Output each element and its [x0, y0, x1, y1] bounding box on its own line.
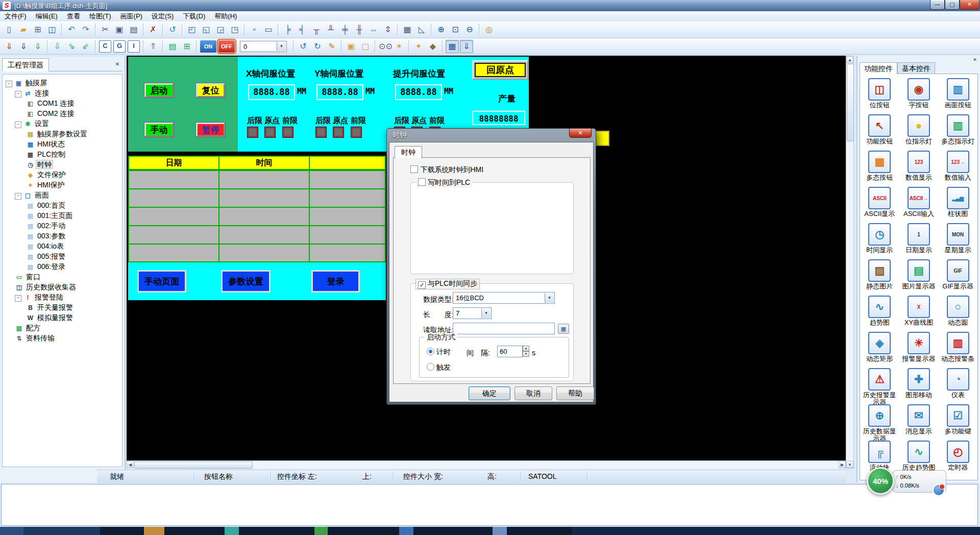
- new-file-button[interactable]: ▯: [3, 23, 16, 36]
- tree-item-label[interactable]: COM1 连接: [36, 99, 75, 107]
- download-usb-button[interactable]: ⇓: [3, 40, 16, 53]
- palette-control-25[interactable]: ✚图形移动: [899, 368, 939, 404]
- interval-input[interactable]: 60: [497, 346, 523, 357]
- tree-item-label[interactable]: 000:首页: [36, 201, 66, 209]
- palette-control-13[interactable]: 1日期显示: [899, 223, 939, 259]
- menu-item-6[interactable]: 下载(D): [178, 11, 210, 21]
- zoom-out-button[interactable]: ⊖: [463, 23, 476, 36]
- tree-item-label[interactable]: 配方: [25, 324, 41, 332]
- copy-screen-button[interactable]: C: [99, 40, 111, 53]
- chevron-down-icon[interactable]: ▼: [545, 293, 554, 303]
- scroll-up-icon[interactable]: ▲: [846, 56, 853, 63]
- align-bottom-button[interactable]: ╨: [324, 23, 337, 36]
- tree-item-label[interactable]: 资料传输: [25, 334, 56, 342]
- minimize-button[interactable]: —: [930, 0, 945, 10]
- palette-control-20[interactable]: ○动态圆: [938, 296, 977, 332]
- state-off-button[interactable]: OFF: [218, 40, 235, 53]
- palette-control-29[interactable]: ☑多功能键: [938, 404, 977, 441]
- limit-indicator-lamp[interactable]: [248, 127, 258, 137]
- palette-control-2[interactable]: ▥画面按钮: [938, 78, 977, 114]
- menu-item-0[interactable]: 文件(F): [0, 11, 31, 21]
- spinner-down-icon[interactable]: ▼: [523, 351, 529, 357]
- tree-item-label[interactable]: HMI保护: [36, 181, 66, 189]
- prev-page-button[interactable]: ↺: [297, 40, 310, 53]
- scrollbar-thumb[interactable]: [847, 64, 854, 141]
- chevron-down-icon[interactable]: ▼: [277, 42, 286, 51]
- tree-item-label[interactable]: 历史数据收集器: [25, 283, 77, 291]
- view-download-button[interactable]: ⇓: [460, 40, 473, 53]
- scrollbar-thumb[interactable]: [134, 461, 253, 469]
- compile-download-button[interactable]: ⇩: [51, 40, 64, 53]
- timer-radio[interactable]: [427, 348, 434, 355]
- save-button[interactable]: ◫: [45, 23, 59, 36]
- production-value-display[interactable]: 88888888: [472, 111, 525, 125]
- canvas-vertical-scrollbar[interactable]: ▲ ▼: [846, 56, 854, 469]
- insert-screen-button[interactable]: I: [128, 40, 140, 53]
- tree-item-label[interactable]: 002:手动: [36, 222, 66, 230]
- next-page-button[interactable]: ↻: [311, 40, 324, 53]
- zoom-window-button[interactable]: ⊡: [449, 23, 462, 36]
- tree-item-label[interactable]: 004:io表: [36, 242, 65, 250]
- palette-control-23[interactable]: ▥动态报警条: [938, 332, 977, 368]
- taskbar-segment-7[interactable]: [572, 527, 980, 535]
- palette-control-21[interactable]: ◈动态矩形: [860, 332, 899, 368]
- move-down-button[interactable]: ◳: [228, 23, 241, 36]
- windows-taskbar[interactable]: [0, 527, 980, 535]
- tree-item-label[interactable]: 触摸屏: [24, 79, 48, 87]
- goto-screen-button[interactable]: G: [113, 40, 126, 53]
- limit-indicator-lamp[interactable]: [351, 127, 361, 137]
- read-address-input[interactable]: [453, 323, 555, 334]
- palette-control-27[interactable]: ⊕历史数据显示器: [860, 404, 899, 441]
- align-left-button[interactable]: ╞: [281, 23, 295, 36]
- write-time-checkbox[interactable]: [418, 178, 426, 186]
- new-screen-button[interactable]: ⊞: [31, 23, 44, 36]
- tree-item-label[interactable]: 003:参数: [36, 232, 66, 240]
- tree-item-label[interactable]: 画面: [34, 191, 50, 199]
- palette-control-24[interactable]: ⚠历史报警显示器: [860, 368, 899, 404]
- plc-sync-checkbox[interactable]: ✓: [418, 281, 426, 289]
- align-top-button[interactable]: ╥: [310, 23, 323, 36]
- datatype-combobox[interactable]: 16位BCD ▼: [453, 292, 555, 304]
- nav-parameter-button[interactable]: 参数设置: [221, 270, 271, 293]
- nav-manual-page-button[interactable]: 手动页面: [137, 270, 186, 293]
- bring-front-button[interactable]: ◰: [185, 23, 199, 36]
- chevron-down-icon[interactable]: ▼: [481, 308, 491, 318]
- align-center-h-button[interactable]: ╪: [338, 23, 352, 36]
- dialog-tab-clock[interactable]: 时钟: [395, 146, 422, 158]
- dialog-close-button[interactable]: ✕: [569, 129, 592, 138]
- palette-control-18[interactable]: ∿趋势图: [860, 296, 899, 332]
- picture-library-button[interactable]: ▤: [166, 40, 179, 53]
- scroll-left-icon[interactable]: ◀: [127, 461, 134, 468]
- tree-item-label[interactable]: COM2 连接: [36, 109, 75, 117]
- palette-control-5[interactable]: ▥多态指示灯: [938, 114, 977, 151]
- axis-value-display[interactable]: 8888.88: [395, 84, 442, 100]
- ruler-button[interactable]: ◺: [415, 23, 428, 36]
- taskbar-segment-0[interactable]: [0, 527, 23, 535]
- tree-item-label[interactable]: 005:报警: [36, 252, 66, 260]
- tree-expander-icon[interactable]: −: [15, 193, 21, 200]
- notification-ball-icon[interactable]: [933, 484, 945, 496]
- tree-item-label[interactable]: PLC控制: [36, 150, 66, 158]
- taskbar-segment-1[interactable]: [23, 527, 100, 535]
- palette-control-9[interactable]: ASCIIASCII显示: [860, 187, 899, 223]
- ok-button[interactable]: 确定: [469, 386, 510, 400]
- tree-item-label[interactable]: 报警登陆: [34, 293, 64, 301]
- axis-value-display[interactable]: 8888.88: [316, 84, 363, 100]
- copy-button[interactable]: ▣: [113, 23, 126, 36]
- interval-spinner[interactable]: ▲ ▼: [523, 346, 529, 357]
- undo-button[interactable]: ↶: [65, 23, 78, 36]
- hmi-pause-button[interactable]: 暂停: [196, 123, 225, 137]
- tree-item-label[interactable]: 文件保护: [36, 171, 67, 179]
- menu-item-5[interactable]: 设定(S): [147, 11, 178, 21]
- tree-item-label[interactable]: 设置: [34, 119, 50, 128]
- taskbar-segment-2[interactable]: [144, 527, 164, 535]
- hmi-home-button[interactable]: 回原点: [472, 60, 528, 80]
- palette-control-16[interactable]: ▤图片显示器: [899, 259, 939, 296]
- palette-control-8[interactable]: 123→数值输入: [938, 151, 977, 187]
- tree-expander-icon[interactable]: −: [15, 121, 21, 128]
- taskbar-segment-6[interactable]: [493, 527, 507, 535]
- taskbar-segment-3[interactable]: [225, 527, 239, 535]
- scroll-right-icon[interactable]: ▶: [839, 461, 846, 468]
- limit-indicator-lamp[interactable]: [283, 127, 293, 137]
- address-keypad-button[interactable]: ▦: [558, 324, 569, 334]
